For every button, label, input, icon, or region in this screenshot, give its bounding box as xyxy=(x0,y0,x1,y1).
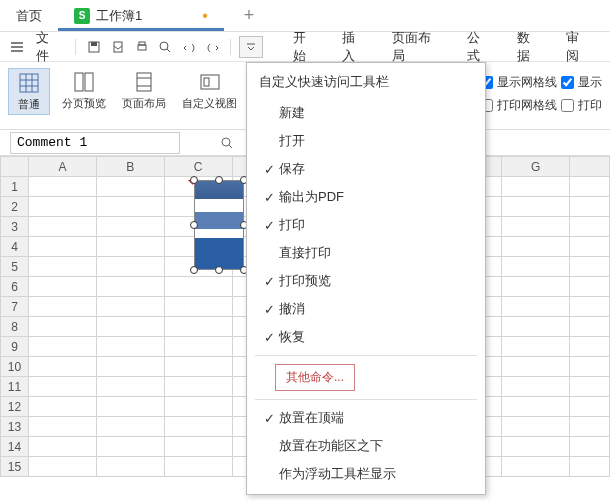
resize-handle[interactable] xyxy=(215,266,223,274)
row-header[interactable]: 8 xyxy=(1,317,29,337)
row-header[interactable]: 2 xyxy=(1,197,29,217)
row-header[interactable]: 13 xyxy=(1,417,29,437)
cell[interactable] xyxy=(28,417,96,437)
ribbon-tab-data[interactable]: 数据 xyxy=(507,29,553,65)
cell[interactable] xyxy=(570,217,610,237)
cell[interactable] xyxy=(570,277,610,297)
cell[interactable] xyxy=(502,197,570,217)
row-header[interactable]: 9 xyxy=(1,337,29,357)
cell[interactable] xyxy=(502,297,570,317)
cell[interactable] xyxy=(570,297,610,317)
view-pagelayout-button[interactable]: 页面布局 xyxy=(118,68,170,113)
cell[interactable] xyxy=(570,177,610,197)
row-header[interactable]: 11 xyxy=(1,377,29,397)
cell[interactable] xyxy=(28,177,96,197)
ribbon-tab-formula[interactable]: 公式 xyxy=(457,29,503,65)
cell[interactable] xyxy=(502,277,570,297)
menu-item[interactable]: ✓恢复 xyxy=(247,323,485,351)
cell[interactable] xyxy=(570,377,610,397)
cell[interactable] xyxy=(502,437,570,457)
row-header[interactable]: 1 xyxy=(1,177,29,197)
row-header[interactable]: 12 xyxy=(1,397,29,417)
cell[interactable] xyxy=(164,297,232,317)
magnifier-icon[interactable] xyxy=(220,136,234,150)
menu-item[interactable]: 作为浮动工具栏显示 xyxy=(247,460,485,488)
cell[interactable] xyxy=(28,437,96,457)
cell[interactable] xyxy=(28,277,96,297)
resize-handle[interactable] xyxy=(215,176,223,184)
qat-customize-button[interactable] xyxy=(239,36,263,58)
cell[interactable] xyxy=(502,317,570,337)
cell[interactable] xyxy=(28,237,96,257)
cell[interactable] xyxy=(28,297,96,317)
menu-item[interactable]: ✓打印 xyxy=(247,211,485,239)
ribbon-tab-start[interactable]: 开始 xyxy=(283,29,329,65)
col-header[interactable]: C xyxy=(164,157,232,177)
cell[interactable] xyxy=(28,457,96,477)
print-gridlines-checkbox[interactable]: 打印网格线 打印 xyxy=(480,97,602,114)
ribbon-tab-pagelayout[interactable]: 页面布局 xyxy=(382,29,453,65)
export-pdf-icon[interactable] xyxy=(108,37,128,57)
row-header[interactable]: 10 xyxy=(1,357,29,377)
cell[interactable] xyxy=(164,317,232,337)
row-header[interactable]: 4 xyxy=(1,237,29,257)
row-header[interactable]: 15 xyxy=(1,457,29,477)
cell[interactable] xyxy=(570,357,610,377)
cell[interactable] xyxy=(570,457,610,477)
row-header[interactable]: 7 xyxy=(1,297,29,317)
menu-item[interactable]: 打开 xyxy=(247,127,485,155)
cell[interactable] xyxy=(96,217,164,237)
cell[interactable] xyxy=(28,357,96,377)
print-preview-icon[interactable] xyxy=(155,37,175,57)
cell[interactable] xyxy=(502,377,570,397)
cell[interactable] xyxy=(96,357,164,377)
cell[interactable] xyxy=(96,417,164,437)
undo-icon[interactable] xyxy=(179,37,199,57)
cell[interactable] xyxy=(96,257,164,277)
cell[interactable] xyxy=(570,437,610,457)
cell[interactable] xyxy=(164,417,232,437)
cell[interactable] xyxy=(502,417,570,437)
redo-icon[interactable] xyxy=(203,37,223,57)
menu-item[interactable]: ✓输出为PDF xyxy=(247,183,485,211)
cell[interactable] xyxy=(96,457,164,477)
cell[interactable] xyxy=(570,337,610,357)
view-normal-button[interactable]: 普通 xyxy=(8,68,50,115)
cell[interactable] xyxy=(28,397,96,417)
col-header[interactable]: B xyxy=(96,157,164,177)
cell[interactable] xyxy=(96,317,164,337)
cell[interactable] xyxy=(164,377,232,397)
menu-item[interactable]: ✓打印预览 xyxy=(247,267,485,295)
name-box[interactable] xyxy=(10,132,180,154)
tab-new[interactable]: + xyxy=(224,0,275,31)
row-header[interactable]: 3 xyxy=(1,217,29,237)
menu-item[interactable]: ✓放置在顶端 xyxy=(247,404,485,432)
ribbon-tab-insert[interactable]: 插入 xyxy=(332,29,378,65)
col-header[interactable]: G xyxy=(502,157,570,177)
cell[interactable] xyxy=(96,397,164,417)
cell[interactable] xyxy=(96,297,164,317)
cell[interactable] xyxy=(28,317,96,337)
cell[interactable] xyxy=(570,197,610,217)
cell[interactable] xyxy=(28,257,96,277)
row-header[interactable]: 5 xyxy=(1,257,29,277)
cell[interactable] xyxy=(502,237,570,257)
cell[interactable] xyxy=(570,397,610,417)
menu-item[interactable]: ✓撤消 xyxy=(247,295,485,323)
cell[interactable] xyxy=(164,357,232,377)
print-icon[interactable] xyxy=(132,37,152,57)
embedded-image-object[interactable] xyxy=(194,180,244,270)
cell[interactable] xyxy=(502,457,570,477)
cell[interactable] xyxy=(570,417,610,437)
cell[interactable] xyxy=(502,177,570,197)
cell[interactable] xyxy=(28,337,96,357)
cell[interactable] xyxy=(96,177,164,197)
row-header[interactable]: 14 xyxy=(1,437,29,457)
cell[interactable] xyxy=(164,437,232,457)
menu-item[interactable]: 直接打印 xyxy=(247,239,485,267)
cell[interactable] xyxy=(502,357,570,377)
cell[interactable] xyxy=(502,257,570,277)
col-header[interactable] xyxy=(570,157,610,177)
menu-item[interactable]: 新建 xyxy=(247,99,485,127)
tab-workbook[interactable]: S 工作簿1 • xyxy=(58,0,224,31)
